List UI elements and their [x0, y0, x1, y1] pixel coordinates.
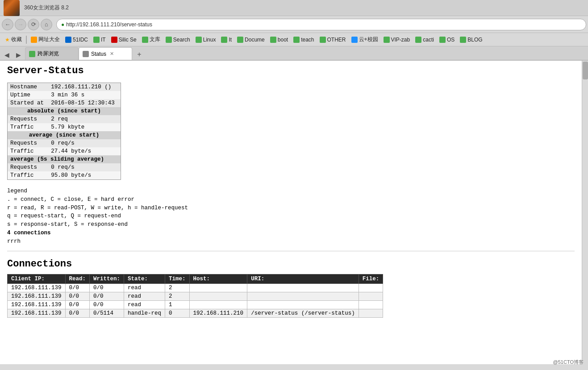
bookmark-item-1[interactable]: 51IDC: [63, 36, 90, 44]
col-file: File:: [359, 274, 383, 284]
tab-close-button[interactable]: ✕: [110, 51, 114, 57]
col-host: Host:: [189, 274, 247, 284]
avg-requests-label: Requests: [8, 139, 49, 147]
sld-requests-label: Requests: [8, 163, 49, 171]
bookmark-item-7[interactable]: It: [219, 36, 234, 44]
table-row: 192.168.111.1390/00/0read1: [8, 301, 383, 309]
abs-traffic-value: 5.79 kbyte: [48, 123, 121, 131]
abs-requests-value: 2 req: [48, 115, 121, 123]
legend-line4: s = response-start, S = response-end: [7, 220, 575, 229]
avg-traffic-label: Traffic: [8, 147, 49, 155]
folder-icon: [293, 37, 300, 43]
home-button[interactable]: ⌂: [41, 19, 52, 30]
avg-traffic-value: 27.44 byte/s: [48, 147, 121, 155]
folder-icon: [270, 37, 276, 43]
bookmark-item-16[interactable]: BLOG: [458, 36, 484, 44]
bookmark-item-12[interactable]: 云+校园: [349, 35, 380, 44]
bookmark-item-0[interactable]: 网址大全: [29, 35, 62, 44]
legend-line1: . = connect, C = close, E = hard error: [7, 195, 575, 204]
back-button[interactable]: ←: [2, 19, 13, 30]
col-written: Written:: [90, 274, 124, 284]
folder-icon: [196, 37, 202, 43]
sld-traffic-label: Traffic: [8, 171, 49, 180]
tab-status[interactable]: Status ✕: [79, 47, 132, 60]
bookmark-item-4[interactable]: 文库: [140, 35, 163, 44]
legend-title: legend: [7, 187, 575, 195]
bookmark-item-5[interactable]: Search: [163, 36, 192, 44]
abs-requests-label: Requests: [8, 115, 49, 123]
folder-icon: [142, 37, 148, 43]
tab-kuaping[interactable]: 跨屏浏览: [25, 47, 79, 60]
forward-button[interactable]: →: [15, 19, 26, 30]
hostname-value: 192.168.111.210 (): [48, 83, 121, 91]
col-time: Time:: [165, 274, 190, 284]
folder-icon: [31, 37, 37, 43]
folder-icon: [166, 37, 172, 43]
page-content: Server-Status Hostname 192.168.111.210 (…: [0, 61, 582, 364]
folder-icon: [320, 37, 326, 43]
connection-data: rrrh: [7, 237, 575, 246]
bookmark-item-14[interactable]: cacti: [413, 36, 436, 44]
bookmark-item-2[interactable]: IT: [91, 36, 108, 44]
hostname-label: Hostname: [8, 83, 49, 91]
nav-bar: ← → ⟳ ⌂ ● http://192.168.111.210/server-…: [0, 16, 588, 33]
folder-icon: [351, 37, 358, 43]
folder-icon: [415, 37, 421, 43]
page-title: Server-Status: [7, 65, 575, 76]
legend-section: legend . = connect, C = close, E = hard …: [7, 187, 575, 251]
status-table: Hostname 192.168.111.210 () Uptime 3 min…: [7, 83, 121, 180]
bookmark-item-15[interactable]: OS: [437, 36, 457, 44]
tab-forward-button[interactable]: ▶: [13, 50, 23, 60]
refresh-button[interactable]: ⟳: [28, 19, 39, 30]
uptime-value: 3 min 36 s: [48, 91, 121, 99]
scrollbar-thumb[interactable]: [583, 62, 588, 79]
folder-icon: [384, 37, 390, 43]
browser-title: 360女主浏览器 8.2: [24, 4, 69, 12]
bookmark-item-6[interactable]: Linux: [193, 36, 218, 44]
folder-icon: [93, 37, 100, 43]
bookmarks-bar: ★ 收藏 网址大全 51IDC IT Silic Se 文库 Search: [0, 33, 588, 46]
table-row: 192.168.111.1390/00/0read2: [8, 292, 383, 301]
sld-traffic-value: 95.80 byte/s: [48, 171, 121, 180]
bookmark-item-8[interactable]: Docume: [235, 36, 267, 44]
address-text: http://192.168.111.210/server-status: [66, 21, 152, 28]
bookmark-item-10[interactable]: teach: [291, 36, 316, 44]
average-header: average (since start): [8, 131, 121, 139]
tab-bar: ◀ ▶ 跨屏浏览 Status ✕ +: [0, 46, 588, 61]
bookmark-item-11[interactable]: OTHER: [317, 36, 348, 44]
folder-icon: [237, 37, 243, 43]
col-ip: Client IP:: [8, 274, 66, 284]
security-icon: ●: [61, 21, 64, 28]
uptime-label: Uptime: [8, 91, 49, 99]
absolute-header: absolute (since start): [8, 107, 121, 115]
star-icon: ★: [5, 37, 10, 43]
connections-count: 4 connections: [7, 229, 575, 237]
table-row: 192.168.111.1390/00/0read2: [8, 284, 383, 292]
connections-title: Connections: [7, 258, 575, 270]
sld-requests-value: 0 req/s: [48, 163, 121, 171]
table-row: 192.168.111.1390/00/5114handle-req0192.1…: [8, 309, 383, 318]
folder-icon: [65, 37, 71, 43]
new-tab-button[interactable]: +: [134, 49, 145, 60]
tab-back-button[interactable]: ◀: [2, 50, 12, 60]
folder-icon: [221, 37, 227, 43]
folder-icon: [439, 37, 446, 43]
folder-icon: [460, 37, 466, 43]
sliding-header: average (5s sliding average): [8, 155, 121, 163]
address-bar[interactable]: ● http://192.168.111.210/server-status: [56, 19, 586, 30]
folder-icon: [111, 37, 117, 43]
tab-icon: [29, 51, 35, 57]
started-label: Started at: [8, 99, 49, 107]
col-read: Read:: [65, 274, 90, 284]
avatar: [4, 0, 20, 16]
bookmark-item-9[interactable]: boot: [268, 36, 290, 44]
legend-line2: r = read, R = read-POST, W = write, h = …: [7, 204, 575, 212]
bookmark-item-3[interactable]: Silic Se: [109, 36, 139, 44]
col-uri: URI:: [247, 274, 359, 284]
bookmark-item-13[interactable]: VIP-zab: [381, 36, 413, 44]
bookmark-star[interactable]: ★ 收藏: [3, 35, 24, 44]
legend-line3: q = request-start, Q = request-end: [7, 212, 575, 220]
scrollbar[interactable]: [582, 61, 588, 364]
started-value: 2016-08-15 12:30:43: [48, 99, 121, 107]
tab-icon: [83, 51, 89, 57]
